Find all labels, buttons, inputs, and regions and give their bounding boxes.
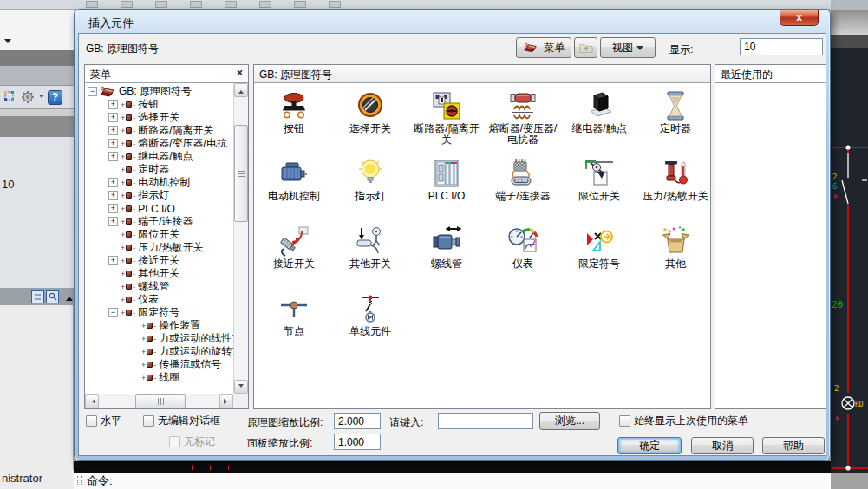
expand-box-icon[interactable]: +	[108, 126, 118, 135]
always-show-checkbox[interactable]	[619, 415, 630, 427]
tree-item[interactable]: +端子/连接器	[85, 215, 233, 228]
menu-book-icon	[99, 86, 116, 98]
symbol-cell[interactable]: 其他	[637, 222, 710, 290]
browse-button[interactable]: 浏览...	[539, 412, 600, 430]
tree-item[interactable]: 传播流或信号	[85, 358, 233, 371]
view-button[interactable]: 视图	[600, 37, 656, 58]
tree-item[interactable]: −限定符号	[85, 306, 233, 319]
symbol-cell[interactable]: 单线元件	[332, 290, 408, 357]
recent-panel-header: 最近使用的	[715, 65, 826, 83]
no-edit-dialog-checkbox[interactable]	[143, 415, 154, 427]
schematic-scale-input[interactable]	[334, 413, 381, 429]
scroll-right-button[interactable]	[219, 394, 233, 408]
panel-scale-input[interactable]	[334, 434, 381, 450]
symbol-cell[interactable]: 定时器	[637, 87, 710, 154]
tree-item[interactable]: 定时器	[85, 163, 233, 176]
tree-close-icon[interactable]: ×	[237, 67, 243, 79]
ok-button[interactable]: 确定	[617, 437, 682, 454]
dropdown-arrow-icon[interactable]	[4, 39, 11, 47]
type-it-input[interactable]	[438, 413, 533, 429]
help-icon[interactable]: ?	[48, 90, 62, 105]
expand-box-icon[interactable]: +	[108, 152, 118, 161]
expand-box-icon[interactable]: +	[108, 139, 118, 148]
no-tag-label: 无标记	[184, 434, 215, 449]
dropdown-arrow-icon[interactable]	[39, 94, 44, 100]
symbol-cell[interactable]: 压力/热敏开关	[637, 154, 710, 222]
no-edit-dialog-label: 无编辑对话框	[158, 414, 220, 428]
symbol-cell[interactable]: 端子/连接器	[485, 154, 561, 222]
symbol-cell[interactable]: 接近开关	[256, 222, 332, 290]
tree-vertical-scrollbar[interactable]	[233, 83, 248, 394]
tree-item[interactable]: 力或运动的旋转方	[85, 345, 233, 358]
symbol-cell[interactable]: 断路器/隔离开关	[408, 87, 485, 154]
expand-box-icon[interactable]: +	[108, 191, 118, 200]
tree-item[interactable]: 操作装置	[85, 319, 233, 332]
command-line[interactable]: 命令:	[74, 473, 831, 489]
symbol-cell[interactable]: 选择开关	[332, 87, 408, 154]
catalog-label: GB: 原理图符号	[86, 42, 159, 56]
cancel-button[interactable]: 取消	[691, 437, 754, 454]
collapse-arrow-icon[interactable]	[66, 293, 73, 301]
symbol-cell[interactable]: 指示灯	[332, 154, 408, 222]
proximity-switch-icon	[277, 225, 310, 258]
scroll-down-button[interactable]	[234, 380, 248, 394]
tree-item[interactable]: 限位开关	[85, 228, 233, 241]
help-button[interactable]: 帮助	[762, 437, 825, 454]
symbol-cell[interactable]: 其他开关	[332, 222, 408, 290]
tree-item[interactable]: +接近开关	[85, 254, 233, 267]
scroll-thumb[interactable]	[135, 394, 186, 408]
symbol-label: 按钮	[257, 123, 331, 134]
symbol-cell[interactable]: 节点	[256, 290, 332, 357]
display-count-input[interactable]	[740, 38, 823, 55]
scroll-thumb[interactable]	[234, 125, 248, 222]
component-icon	[121, 153, 135, 161]
menu-up-button[interactable]	[574, 37, 597, 58]
menu-button[interactable]: 菜单	[516, 37, 571, 58]
symbol-cell[interactable]: 仪表	[485, 222, 561, 290]
expand-box-icon[interactable]: +	[108, 256, 118, 265]
symbol-cell[interactable]: 电动机控制	[256, 154, 332, 222]
close-button[interactable]: x	[780, 10, 819, 26]
tree-item[interactable]: 线圈	[85, 371, 233, 384]
symbol-cell[interactable]: 继电器/触点	[561, 87, 637, 154]
symbol-cell[interactable]: 按钮	[256, 87, 332, 154]
tree-item[interactable]: 仪表	[85, 293, 233, 306]
expand-box-icon[interactable]: +	[108, 204, 118, 213]
list-view-icon[interactable]	[31, 290, 44, 303]
expand-box-icon[interactable]: +	[108, 178, 118, 187]
tree-item[interactable]: +断路器/隔离开关	[85, 124, 233, 137]
tree-item[interactable]: +电动机控制	[85, 176, 233, 189]
tree-item[interactable]: 螺线管	[85, 280, 233, 293]
tree-horizontal-scrollbar[interactable]	[85, 394, 233, 408]
expand-box-icon[interactable]: +	[108, 100, 118, 109]
fuse-transformer-icon	[506, 89, 539, 122]
drag-grip-icon[interactable]	[77, 476, 82, 486]
tree-item[interactable]: − GB: 原理图符号	[85, 85, 233, 98]
scroll-up-button[interactable]	[234, 83, 248, 97]
gear-icon[interactable]	[20, 90, 36, 104]
tree-item[interactable]: +指示灯	[85, 189, 233, 202]
drawing-canvas[interactable]: 2 6 * 20 RD 2 *	[831, 48, 868, 473]
tree-item[interactable]: +按钮	[85, 98, 233, 111]
symbol-cell[interactable]: 限定符号	[561, 222, 637, 290]
tree-item[interactable]: +熔断器/变压器/电抗	[85, 137, 233, 150]
symbol-cell[interactable]: 限位开关	[561, 154, 637, 222]
expand-box-icon[interactable]: +	[108, 113, 118, 122]
collapse-box-icon[interactable]: −	[88, 87, 97, 96]
magnifier-icon[interactable]	[46, 290, 59, 303]
horizontal-checkbox[interactable]	[86, 415, 97, 427]
symbol-cell[interactable]: PLC I/O	[408, 154, 485, 222]
tree-item[interactable]: +PLC I/O	[85, 202, 233, 215]
tree-item[interactable]: 力或运动的线性方	[85, 332, 233, 345]
tree-item[interactable]: +继电器/触点	[85, 150, 233, 163]
scroll-left-button[interactable]	[85, 394, 99, 408]
symbol-label: 限位开关	[562, 191, 636, 202]
collapse-box-icon[interactable]: −	[108, 308, 118, 317]
selection-grid-icon[interactable]	[3, 90, 17, 104]
symbol-cell[interactable]: 熔断器/变压器/电抗器	[485, 87, 561, 154]
expand-box-icon[interactable]: +	[108, 217, 118, 226]
symbol-cell[interactable]: 螺线管	[408, 222, 485, 290]
tree-item[interactable]: 压力/热敏开关	[85, 241, 233, 254]
tree-item[interactable]: 其他开关	[85, 267, 233, 280]
tree-item[interactable]: +选择开关	[85, 111, 233, 124]
